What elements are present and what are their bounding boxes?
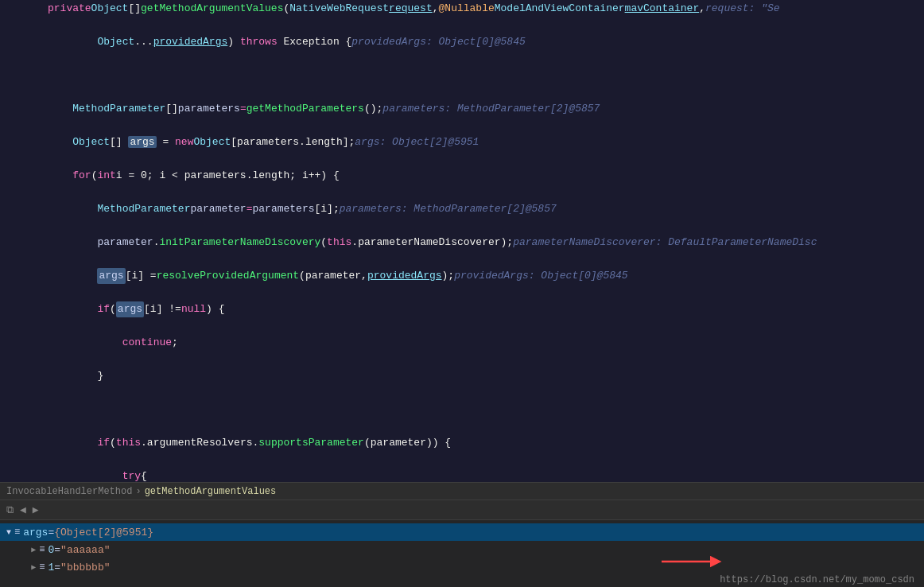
code-line-3 [48, 67, 924, 84]
code-line-10: if (args[i] != null) { [48, 301, 924, 318]
url-text: https://blog.csdn.net/my_momo_csdn [720, 574, 914, 585]
keyword-private: private [48, 1, 91, 17]
code-line-4: MethodParameter[] parameters = getMethod… [48, 100, 924, 118]
code-line-6: for (int i = 0; i < parameters.length; i… [48, 167, 924, 185]
debug-panel: ⧉ ◀ ▶ ▼ ≡ args = {Object[2]@5951} ▶ ≡ 0 … [0, 500, 924, 587]
code-line-14: if (this.argumentResolvers.supportsParam… [48, 434, 924, 452]
code-line-11: continue; [48, 334, 924, 352]
code-line-8: parameter.initParameterNameDiscovery(thi… [48, 234, 924, 251]
child-array-icon-1: ≡ [39, 562, 45, 573]
root-equals: = [48, 527, 54, 538]
method-name: getMethodArgumentValues [141, 1, 283, 17]
code-editor: private Object[] getMethodArgumentValues… [0, 0, 924, 500]
forward-icon[interactable]: ▶ [33, 503, 39, 516]
root-var-name: args [23, 527, 48, 538]
code-line-1: private Object[] getMethodArgumentValues… [48, 0, 924, 17]
array-icon: ≡ [14, 527, 20, 538]
breadcrumb-bar: InvocableHandlerMethod › getMethodArgume… [0, 482, 924, 500]
arrow-indicator [662, 554, 725, 573]
child-equals-0: = [54, 544, 60, 556]
child-var-value-1: "bbbbbb" [60, 562, 110, 573]
breadcrumb-separator: › [135, 486, 141, 497]
debug-tree: ▼ ≡ args = {Object[2]@5951} ▶ ≡ 0 = "aaa… [0, 520, 924, 579]
code-line-5: Object[] args = new Object[parameters.le… [48, 134, 924, 151]
tree-root-row[interactable]: ▼ ≡ args = {Object[2]@5951} [0, 523, 924, 541]
back-icon[interactable]: ◀ [20, 503, 26, 516]
tree-child-0[interactable]: ▶ ≡ 0 = "aaaaaa" [0, 541, 924, 558]
child-var-name-1: 1 [48, 562, 54, 573]
tree-child-expand-1: ▶ [31, 562, 36, 572]
root-var-value: {Object[2]@5951} [54, 527, 153, 538]
code-content: private Object[] getMethodArgumentValues… [0, 0, 924, 500]
tree-child-expand-0: ▶ [31, 545, 36, 554]
code-line-2: Object... providedArgs) throws Exception… [48, 33, 924, 51]
child-var-name-0: 0 [48, 544, 54, 556]
panel-toolbar: ⧉ ◀ ▶ [0, 500, 924, 520]
child-var-value-0: "aaaaaa" [60, 544, 110, 556]
breadcrumb-method: getMethodArgumentValues [145, 486, 277, 497]
code-line-7: MethodParameter parameter = parameters[i… [48, 200, 924, 218]
child-array-icon-0: ≡ [39, 544, 45, 555]
status-bar: https://blog.csdn.net/my_momo_csdn [710, 573, 924, 587]
code-line-13 [48, 401, 924, 418]
breadcrumb-class: InvocableHandlerMethod [6, 486, 132, 497]
child-equals-1: = [54, 562, 60, 573]
code-line-9: args[i] = resolveProvidedArgument(parame… [48, 267, 924, 285]
type-object: Object [91, 1, 129, 17]
tree-expand-icon: ▼ [6, 528, 11, 537]
code-line-12: } [48, 367, 924, 385]
copy-icon[interactable]: ⧉ [6, 504, 14, 516]
